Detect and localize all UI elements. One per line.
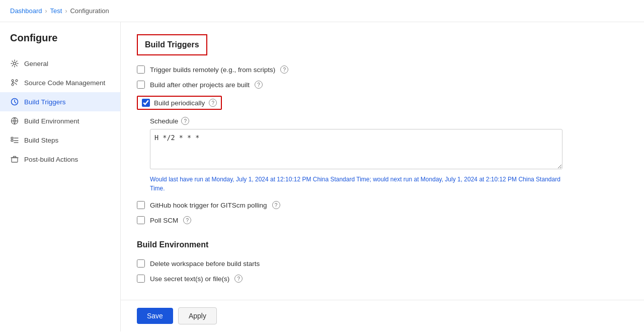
box-icon bbox=[10, 155, 19, 164]
poll-scm-checkbox[interactable] bbox=[137, 216, 145, 224]
build-after-row: Build after other projects are built ? bbox=[137, 81, 628, 89]
build-triggers-title: Build Triggers bbox=[137, 34, 207, 55]
poll-scm-help-icon[interactable]: ? bbox=[183, 216, 191, 224]
sidebar-title: Configure bbox=[0, 32, 120, 54]
gear-icon bbox=[10, 59, 19, 68]
svg-point-0 bbox=[14, 62, 16, 65]
build-environment-title: Build Environment bbox=[137, 240, 628, 249]
build-after-checkbox[interactable] bbox=[137, 81, 145, 89]
use-secret-checkbox[interactable] bbox=[137, 275, 145, 283]
breadcrumb-sep-2: › bbox=[65, 8, 67, 15]
sidebar: Configure General Source Code M bbox=[0, 22, 121, 331]
sidebar-item-general-label: General bbox=[24, 60, 48, 68]
clock-icon bbox=[10, 97, 19, 106]
trigger-remote-help-icon[interactable]: ? bbox=[280, 65, 288, 74]
sidebar-item-build-environment-label: Build Environment bbox=[24, 117, 79, 125]
build-environment-section: Build Environment Delete workspace befor… bbox=[137, 240, 628, 283]
trigger-remote-label[interactable]: Trigger builds remotely (e.g., from scri… bbox=[150, 66, 275, 74]
trigger-remote-checkbox[interactable] bbox=[137, 65, 145, 74]
github-hook-row: GitHub hook trigger for GITScm polling ? bbox=[137, 201, 628, 209]
use-secret-label[interactable]: Use secret text(s) or file(s) bbox=[150, 275, 229, 283]
save-button[interactable]: Save bbox=[137, 308, 173, 324]
apply-button[interactable]: Apply bbox=[178, 307, 217, 324]
bottom-bar: Save Apply bbox=[121, 300, 644, 331]
breadcrumb-test[interactable]: Test bbox=[50, 7, 62, 15]
sidebar-item-scm[interactable]: Source Code Management bbox=[0, 73, 120, 92]
delete-workspace-row: Delete workspace before build starts bbox=[137, 259, 628, 268]
delete-workspace-checkbox[interactable] bbox=[137, 259, 145, 268]
build-triggers-section: Build Triggers Trigger builds remotely (… bbox=[137, 34, 628, 224]
github-hook-checkbox[interactable] bbox=[137, 201, 145, 209]
breadcrumb-current: Configuration bbox=[70, 7, 109, 15]
svg-point-3 bbox=[16, 80, 18, 82]
schedule-hint: Would last have run at Monday, July 1, 2… bbox=[150, 175, 562, 193]
breadcrumb-sep-1: › bbox=[45, 8, 47, 15]
poll-scm-label[interactable]: Poll SCM bbox=[150, 217, 178, 224]
schedule-textarea[interactable] bbox=[150, 129, 562, 169]
delete-workspace-label[interactable]: Delete workspace before build starts bbox=[150, 260, 260, 268]
build-after-help-icon[interactable]: ? bbox=[255, 81, 263, 89]
build-periodically-row: Build periodically ? bbox=[137, 96, 628, 110]
github-hook-label[interactable]: GitHub hook trigger for GITScm polling bbox=[150, 202, 267, 209]
trigger-remote-row: Trigger builds remotely (e.g., from scri… bbox=[137, 65, 628, 74]
svg-rect-7 bbox=[11, 140, 13, 142]
breadcrumb-dashboard[interactable]: Dashboard bbox=[10, 7, 42, 15]
list-icon bbox=[10, 136, 19, 145]
sidebar-item-post-build[interactable]: Post-build Actions bbox=[0, 150, 120, 169]
schedule-help-icon[interactable]: ? bbox=[181, 117, 189, 125]
github-hook-help-icon[interactable]: ? bbox=[272, 201, 280, 209]
build-periodically-checkbox[interactable] bbox=[142, 99, 150, 107]
sidebar-item-build-environment[interactable]: Build Environment bbox=[0, 111, 120, 130]
build-periodically-help-icon[interactable]: ? bbox=[209, 99, 217, 107]
use-secret-help-icon[interactable]: ? bbox=[234, 275, 243, 283]
main-content: Build Triggers Trigger builds remotely (… bbox=[121, 22, 644, 300]
svg-rect-11 bbox=[12, 158, 18, 162]
poll-scm-row: Poll SCM ? bbox=[137, 216, 628, 224]
build-after-label[interactable]: Build after other projects are built bbox=[150, 81, 250, 89]
scm-icon bbox=[10, 78, 19, 87]
sidebar-item-general[interactable]: General bbox=[0, 54, 120, 73]
sidebar-item-build-triggers-label: Build Triggers bbox=[24, 98, 66, 106]
sidebar-item-build-steps[interactable]: Build Steps bbox=[0, 130, 120, 150]
schedule-label-text: Schedule bbox=[150, 117, 178, 125]
build-periodically-highlighted: Build periodically ? bbox=[137, 96, 222, 110]
sidebar-item-scm-label: Source Code Management bbox=[24, 79, 105, 87]
globe-icon bbox=[10, 116, 19, 125]
sidebar-item-build-steps-label: Build Steps bbox=[24, 137, 58, 144]
svg-rect-6 bbox=[11, 138, 13, 139]
sidebar-item-post-build-label: Post-build Actions bbox=[24, 156, 78, 163]
sidebar-item-build-triggers[interactable]: Build Triggers bbox=[0, 92, 120, 111]
build-periodically-label[interactable]: Build periodically bbox=[154, 99, 205, 107]
use-secret-row: Use secret text(s) or file(s) ? bbox=[137, 275, 628, 283]
breadcrumb: Dashboard › Test › Configuration bbox=[0, 0, 644, 22]
schedule-label-row: Schedule ? bbox=[150, 117, 628, 125]
schedule-section: Schedule ? Would last have run at Monday… bbox=[150, 117, 628, 193]
